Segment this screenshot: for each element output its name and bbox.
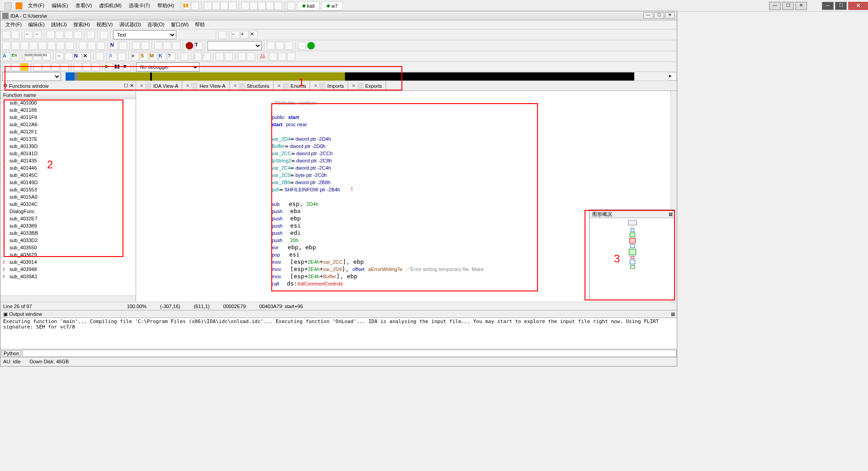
semi-icon[interactable]: ; — [193, 52, 202, 61]
tab-enums[interactable]: ✕Enums — [274, 81, 310, 90]
function-item[interactable]: fsub_403679 — [0, 251, 136, 258]
tb-icon[interactable] — [163, 42, 171, 50]
tb-icon[interactable] — [20, 63, 28, 71]
menu-help[interactable]: 帮助 — [192, 20, 208, 29]
tab-structures[interactable]: ✕Structures — [230, 81, 274, 90]
function-item[interactable]: fDialogFunc — [0, 208, 136, 215]
red-dot-icon[interactable] — [185, 42, 193, 50]
tb-icon[interactable] — [141, 42, 149, 50]
stop-icon[interactable]: ■ — [123, 63, 131, 71]
vm-menu-help[interactable]: 帮助(H) — [154, 1, 178, 10]
tb-icon[interactable]: ≡ — [131, 52, 139, 61]
tb-icon[interactable] — [88, 42, 96, 50]
function-item[interactable]: fsub_4033BB — [0, 229, 136, 237]
tb-icon[interactable] — [132, 42, 140, 50]
x2-icon[interactable]: ✕ — [83, 52, 91, 61]
forward-icon[interactable]: → — [33, 31, 42, 39]
function-item[interactable]: fsub_4033D2 — [0, 237, 136, 244]
tb-icon[interactable] — [2, 63, 10, 71]
function-item[interactable]: fsub_4039A1 — [0, 273, 136, 280]
tb-icon[interactable]: → — [56, 52, 64, 61]
vm-app-icon[interactable] — [15, 2, 23, 10]
function-item[interactable]: fsub_401553 — [0, 186, 136, 193]
host-minimize-icon[interactable]: — — [822, 2, 834, 10]
vm-pause-icon[interactable]: ▮▮ — [183, 2, 191, 10]
tb-icon[interactable] — [285, 42, 293, 50]
n-icon[interactable]: N — [110, 42, 118, 50]
function-item[interactable]: fsub_4012F1 — [0, 128, 136, 135]
tb-icon[interactable] — [42, 63, 51, 71]
nav-end-icon[interactable]: ▸ — [669, 72, 677, 81]
function-name-header[interactable]: Function name — [0, 91, 136, 99]
tb-icon[interactable] — [11, 42, 19, 50]
segment-combo[interactable] — [2, 72, 61, 81]
vm-tabview-icon[interactable] — [287, 2, 295, 10]
tb-icon[interactable] — [287, 52, 295, 61]
navigation-band[interactable] — [66, 72, 669, 81]
tb-icon[interactable] — [65, 31, 73, 39]
tb-icon[interactable] — [20, 42, 28, 50]
tb-icon[interactable] — [96, 52, 104, 61]
tree-icon[interactable]: 品 — [260, 52, 268, 61]
tab-close-icon[interactable]: ✕ — [352, 83, 355, 88]
tb-icon[interactable] — [47, 31, 55, 39]
a-icon[interactable]: A — [2, 52, 10, 61]
hash-icon[interactable]: # — [109, 52, 117, 61]
tb-icon[interactable] — [57, 42, 65, 50]
pencil-icon[interactable] — [218, 31, 226, 39]
menu-file[interactable]: 文件(F) — [2, 20, 25, 29]
vm-tool5-icon[interactable] — [241, 2, 250, 10]
function-item[interactable]: fsub_4032E7 — [0, 215, 136, 222]
tab-close-icon[interactable]: ✕ — [140, 83, 143, 88]
tb-icon[interactable] — [100, 31, 108, 39]
vm-menu-file[interactable]: 文件(F) — [24, 1, 48, 10]
tab-close-icon[interactable]: ✕ — [314, 83, 317, 88]
tb-icon[interactable] — [11, 63, 19, 71]
graph-close-icon[interactable]: ⊠ — [669, 210, 673, 218]
tb-icon[interactable] — [238, 52, 246, 61]
function-item[interactable]: fsub_40137E — [0, 135, 136, 143]
tb-icon[interactable] — [61, 63, 69, 71]
host-close-icon[interactable]: ✕ — [848, 2, 868, 10]
tb-icon[interactable] — [52, 63, 60, 71]
tb-icon[interactable]: 0101 — [24, 52, 33, 61]
minus-icon[interactable]: − — [231, 31, 240, 39]
t-icon[interactable]: T — [194, 42, 203, 50]
tb-icon[interactable] — [74, 63, 82, 71]
h-scrollbar[interactable] — [0, 295, 136, 302]
vm-tool4-icon[interactable] — [228, 2, 236, 10]
vm-menu-view[interactable]: 查看(V) — [72, 1, 96, 10]
tb-icon[interactable] — [33, 63, 42, 71]
tb-icon[interactable] — [276, 42, 284, 50]
menu-search[interactable]: 搜索(H) — [70, 20, 93, 29]
python-input[interactable] — [22, 350, 677, 357]
function-item[interactable]: fsub_40149D — [0, 179, 136, 186]
ida-minimize-icon[interactable]: — — [643, 12, 653, 19]
tb-icon[interactable] — [47, 42, 56, 50]
tb-icon[interactable] — [278, 52, 286, 61]
function-item[interactable]: fsub_403948 — [0, 266, 136, 273]
vm-tool6-icon[interactable] — [250, 2, 258, 10]
tab-hex-view-a[interactable]: ✕Hex View-A — [182, 81, 229, 90]
vm-tab-w7[interactable]: ◆ w7 — [321, 1, 343, 10]
pause2-icon[interactable]: ▮▮ — [114, 63, 122, 71]
text-combo[interactable]: Text — [113, 30, 176, 39]
vm-maximize-icon[interactable]: ☐ — [782, 2, 794, 10]
tb-icon[interactable] — [83, 63, 91, 71]
k-icon[interactable]: K — [158, 52, 166, 61]
function-item[interactable]: fsub_403550 — [0, 244, 136, 251]
tb-icon[interactable] — [97, 42, 105, 50]
tb-icon[interactable]: 01 — [42, 52, 51, 61]
tb-icon[interactable]: 0101 — [33, 52, 42, 61]
tb-icon[interactable] — [2, 42, 10, 50]
s-icon[interactable]: S — [140, 52, 148, 61]
function-item[interactable]: fsub_4015A0 — [0, 193, 136, 200]
vm-menu-edit[interactable]: 编辑(E) — [48, 1, 72, 10]
tb-icon[interactable] — [119, 42, 127, 50]
m-icon[interactable]: M — [149, 52, 157, 61]
function-item[interactable]: fsub_401446 — [0, 164, 136, 171]
graph-overview-panel[interactable]: 图形概况 ⊠ — [589, 209, 675, 300]
function-item[interactable]: fsub_40139D — [0, 143, 136, 150]
tab-close-icon[interactable]: ✕ — [233, 83, 237, 88]
debugger-combo[interactable]: No debugger — [136, 62, 199, 71]
